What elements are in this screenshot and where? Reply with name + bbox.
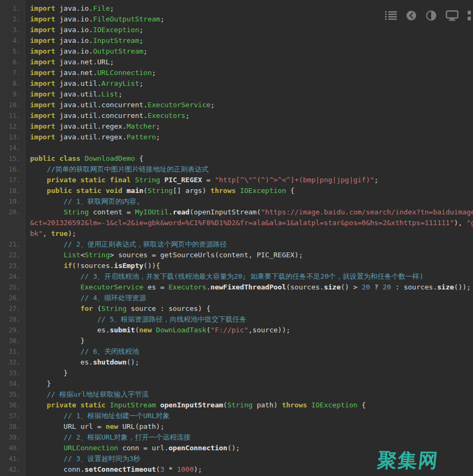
- code-line: 17. private static final String PIC_REGE…: [0, 175, 473, 185]
- monitor-icon[interactable]: [446, 10, 459, 21]
- code-line: 36. private static InputStream openInput…: [0, 400, 473, 411]
- code-line: 12.import java.util.regex.Matcher;: [0, 121, 473, 132]
- watermark: 聚集网: [376, 448, 440, 474]
- back-circle-icon[interactable]: [406, 10, 417, 21]
- code-text: }: [25, 336, 473, 346]
- code-line: 28. // 5、根据资源路径，向线程池中提交下载任务: [0, 314, 473, 325]
- line-number: 26.: [0, 293, 25, 303]
- line-number: 39.: [0, 432, 25, 443]
- code-line: 5.import java.io.OutputStream;: [0, 46, 473, 57]
- code-text: URL url = new URL(path);: [25, 421, 473, 432]
- line-number: 12.: [0, 121, 25, 132]
- code-text: es.submit(new DownLoadTask("F://pic",sou…: [25, 325, 473, 336]
- line-number: 15.: [0, 153, 25, 164]
- code-text: import java.net.URLConnection;: [25, 68, 473, 78]
- line-number: [0, 218, 25, 228]
- line-number: 20.: [0, 207, 25, 218]
- code-line: 24. // 3、开启线程池，并发下载(线程池最大容量为20; 如果要下载的任务…: [0, 271, 473, 282]
- line-number: [0, 228, 25, 239]
- line-number: 35.: [0, 389, 25, 400]
- line-number: 19.: [0, 196, 25, 207]
- code-text: import java.util.regex.Pattern;: [25, 132, 473, 143]
- code-line: 18. public static void main(String[] arg…: [0, 185, 473, 196]
- line-number: 34.: [0, 378, 25, 389]
- code-text: import java.util.concurrent.Executors;: [25, 110, 473, 121]
- line-number: 21.: [0, 239, 25, 250]
- line-number: 11.: [0, 110, 25, 121]
- code-line: 19. // 1、获取网页的内容,: [0, 196, 473, 207]
- code-line: 37. // 1、根据地址创建一个URL对象: [0, 411, 473, 421]
- line-number: 16.: [0, 164, 25, 175]
- code-line: 16. //简单的获取网页中图片图片链接地址的正则表达式: [0, 164, 473, 175]
- code-text: // 4、循环处理资源: [25, 293, 473, 303]
- code-text: import java.util.concurrent.ExecutorServ…: [25, 100, 473, 110]
- line-number: 41.: [0, 453, 25, 464]
- code-text: }: [25, 368, 473, 378]
- line-number: 9.: [0, 89, 25, 100]
- code-line: 21. // 2、使用正则表达式，获取这个网页中的资源路径: [0, 239, 473, 250]
- code-text: // 1、根据地址创建一个URL对象: [25, 411, 473, 421]
- line-number: 6.: [0, 57, 25, 68]
- line-number: 22.: [0, 250, 25, 261]
- line-number: 31.: [0, 346, 25, 357]
- code-text: for (String source : sources) {: [25, 303, 473, 314]
- code-text: // 1、获取网页的内容,: [25, 196, 473, 207]
- code-text: &ct=201326592&lm=-1&cl=2&ie=gbk&word=%C1…: [25, 218, 473, 228]
- line-number: 42.: [0, 464, 25, 475]
- code-line: 13.import java.util.regex.Pattern;: [0, 132, 473, 143]
- line-number: 4.: [0, 35, 25, 46]
- line-number: 8.: [0, 78, 25, 89]
- code-text: [25, 143, 473, 153]
- code-text: //简单的获取网页中图片图片链接地址的正则表达式: [25, 164, 473, 175]
- code-text: import java.util.ArrayList;: [25, 78, 473, 89]
- line-number: 18.: [0, 185, 25, 196]
- code-text: es.shutdown();: [25, 357, 473, 368]
- code-line: 27. for (String source : sources) {: [0, 303, 473, 314]
- line-number: 17.: [0, 175, 25, 185]
- code-text: public static void main(String[] args) t…: [25, 185, 473, 196]
- code-text: // 5、根据资源路径，向线程池中提交下载任务: [25, 314, 473, 325]
- code-text: // 6、关闭线程池: [25, 346, 473, 357]
- line-number: 2.: [0, 14, 25, 25]
- line-number: 1.: [0, 3, 25, 14]
- line-number: 3.: [0, 25, 25, 35]
- line-number: 24.: [0, 271, 25, 282]
- line-number: 33.: [0, 368, 25, 378]
- code-text: if(!sources.isEmpty()){: [25, 261, 473, 271]
- line-number: 25.: [0, 282, 25, 293]
- code-text: bk", true);: [25, 228, 473, 239]
- code-text: import java.io.OutputStream;: [25, 46, 473, 57]
- code-text: import java.net.URL;: [25, 57, 473, 68]
- code-text: }: [25, 378, 473, 389]
- code-text: List<String> sources = getSourceUrls(con…: [25, 250, 473, 261]
- code-line: 32. es.shutdown();: [0, 357, 473, 368]
- code-text: private static InputStream openInputStre…: [25, 400, 473, 411]
- line-number: 14.: [0, 143, 25, 153]
- code-line: 34. }: [0, 378, 473, 389]
- code-text: String content = MyIOUtil.read(openInput…: [25, 207, 473, 218]
- code-line: 29. es.submit(new DownLoadTask("F://pic"…: [0, 325, 473, 336]
- code-text: public class DownloadDemo {: [25, 153, 473, 164]
- code-text: // 2、使用正则表达式，获取这个网页中的资源路径: [25, 239, 473, 250]
- code-line: 8.import java.util.ArrayList;: [0, 78, 473, 89]
- code-text: import java.util.List;: [25, 89, 473, 100]
- code-line: 22. List<String> sources = getSourceUrls…: [0, 250, 473, 261]
- code-line: 38. URL url = new URL(path);: [0, 421, 473, 432]
- line-number: 29.: [0, 325, 25, 336]
- code-text: import java.io.IOException;: [25, 25, 473, 35]
- code-line: 30. }: [0, 336, 473, 346]
- line-number: 37.: [0, 411, 25, 421]
- code-area: 1.import java.io.File;2.import java.io.F…: [0, 0, 473, 475]
- toolbar: [385, 10, 473, 21]
- contrast-icon[interactable]: [426, 10, 437, 21]
- list-icon[interactable]: [385, 10, 397, 21]
- clipped-edge-icon[interactable]: [468, 10, 473, 21]
- line-number: 5.: [0, 46, 25, 57]
- code-text: import java.util.regex.Matcher;: [25, 121, 473, 132]
- code-line: 20. String content = MyIOUtil.read(openI…: [0, 207, 473, 218]
- code-editor: 1.import java.io.File;2.import java.io.F…: [0, 0, 473, 476]
- code-line: 11.import java.util.concurrent.Executors…: [0, 110, 473, 121]
- code-line: 23. if(!sources.isEmpty()){: [0, 261, 473, 271]
- line-number: 30.: [0, 336, 25, 346]
- code-line: 4.import java.io.InputStream;: [0, 35, 473, 46]
